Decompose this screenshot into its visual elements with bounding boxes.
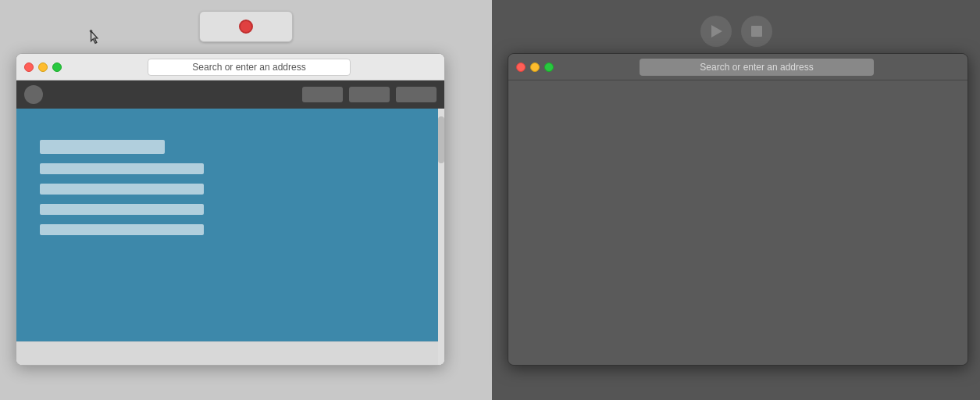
browser-toolbar-left — [16, 80, 444, 109]
content-text-3 — [40, 204, 204, 215]
toolbar-tab-3[interactable] — [396, 87, 437, 102]
minimize-button-right[interactable] — [530, 62, 540, 72]
maximize-button-right[interactable] — [544, 62, 554, 72]
right-panel — [492, 0, 980, 400]
traffic-lights-left — [24, 62, 62, 72]
browser-window-left — [16, 53, 445, 366]
browser-titlebar-left — [16, 54, 444, 80]
left-panel — [0, 0, 492, 400]
play-icon — [711, 25, 722, 38]
record-button[interactable] — [199, 11, 293, 42]
play-button[interactable] — [700, 16, 732, 47]
cursor-icon — [87, 30, 103, 45]
address-input-left[interactable] — [148, 59, 351, 76]
maximize-button[interactable] — [52, 62, 62, 72]
content-text-1 — [40, 163, 204, 174]
toolbar-tab-2[interactable] — [349, 87, 390, 102]
toolbar-tab-1[interactable] — [302, 87, 343, 102]
close-button[interactable] — [24, 62, 34, 72]
browser-body-right — [508, 80, 968, 365]
browser-titlebar-right — [508, 54, 968, 80]
traffic-lights-right — [516, 62, 554, 72]
content-title — [40, 140, 165, 154]
playback-controls — [700, 16, 772, 47]
browser-window-right — [508, 53, 968, 366]
stop-button[interactable] — [741, 16, 772, 47]
record-button-container — [199, 11, 293, 42]
browser-content-left — [16, 109, 444, 341]
scrollbar-thumb[interactable] — [438, 116, 444, 163]
address-input-right[interactable] — [640, 59, 874, 76]
browser-footer-left — [16, 341, 444, 365]
minimize-button[interactable] — [38, 62, 48, 72]
scrollbar[interactable] — [438, 109, 444, 366]
close-button-right[interactable] — [516, 62, 526, 72]
address-bar-right[interactable] — [561, 59, 952, 76]
toolbar-icon — [24, 85, 43, 104]
content-text-4 — [40, 224, 204, 235]
address-bar-left[interactable] — [69, 59, 429, 76]
stop-icon — [751, 26, 762, 37]
content-text-2 — [40, 184, 204, 195]
record-dot-icon — [239, 20, 253, 34]
